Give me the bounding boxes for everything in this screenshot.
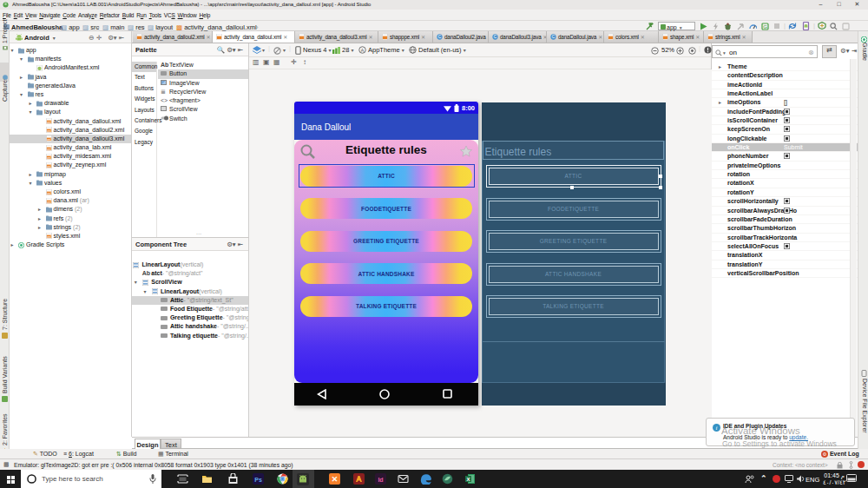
svg-text:Id: Id — [378, 477, 383, 483]
svg-text:xml: xml — [47, 138, 51, 142]
svg-text:xml: xml — [47, 191, 51, 195]
svg-text:A: A — [361, 48, 365, 53]
svg-text:✕: ✕ — [332, 475, 339, 484]
svg-text:G: G — [763, 24, 767, 30]
svg-text:xml: xml — [47, 155, 51, 159]
svg-text:Ps: Ps — [254, 477, 262, 483]
svg-text:xml: xml — [47, 121, 51, 124]
svg-text:i: i — [716, 425, 718, 432]
svg-text:xml: xml — [47, 235, 51, 239]
svg-text:X: X — [466, 477, 470, 482]
svg-text:xml: xml — [47, 147, 51, 150]
svg-text:xml: xml — [47, 129, 51, 133]
svg-text:xml: xml — [47, 165, 51, 168]
svg-text:xml: xml — [47, 200, 51, 203]
